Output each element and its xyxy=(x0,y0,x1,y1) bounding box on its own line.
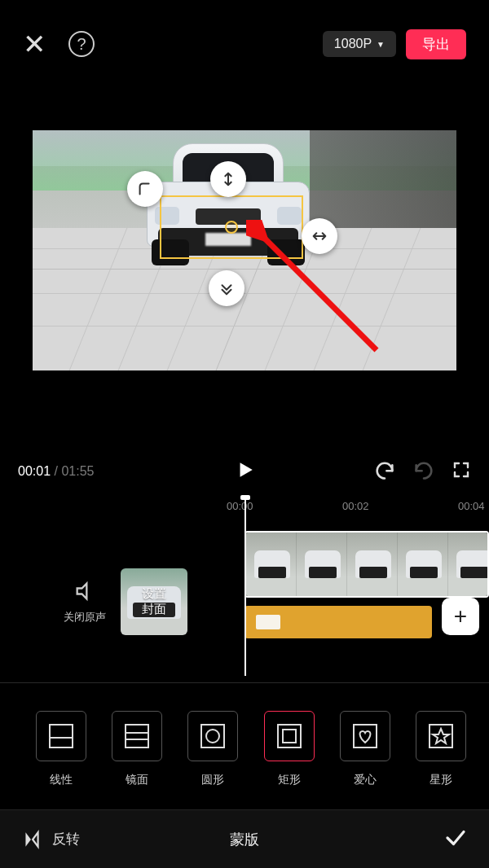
chevron-down-icon: ▼ xyxy=(377,40,385,49)
check-icon xyxy=(443,826,468,850)
mute-original-button[interactable]: 关闭原声 xyxy=(64,580,106,625)
effect-clip[interactable] xyxy=(244,606,432,638)
svg-rect-10 xyxy=(354,725,377,747)
svg-rect-1 xyxy=(50,725,73,747)
shape-label: 爱心 xyxy=(354,773,377,787)
svg-rect-8 xyxy=(278,725,301,747)
shape-label: 线性 xyxy=(50,773,73,787)
shape-label: 镜面 xyxy=(126,773,148,787)
cover-label: 设置 封面 xyxy=(142,586,166,617)
mask-shape-star[interactable] xyxy=(416,711,466,761)
mask-center-handle[interactable] xyxy=(225,221,238,234)
clip-thumbnail xyxy=(398,533,448,596)
mask-rotate-handle[interactable] xyxy=(127,171,163,207)
mask-shape-toolbar: 线性 镜面 圆形 矩形 爱心 星形 xyxy=(0,692,489,806)
scene-building xyxy=(310,130,456,236)
total-time: 01:55 xyxy=(61,464,94,478)
resolution-label: 1080P xyxy=(334,37,372,51)
mute-label: 关闭原声 xyxy=(64,610,106,625)
help-button[interactable]: ? xyxy=(68,31,95,57)
mirror-icon xyxy=(21,829,42,850)
effect-clip-thumb xyxy=(256,615,280,629)
clip-thumbnail xyxy=(347,533,398,596)
play-button[interactable] xyxy=(234,459,255,484)
svg-point-7 xyxy=(206,730,219,743)
svg-rect-3 xyxy=(126,725,148,747)
svg-rect-9 xyxy=(283,730,296,743)
resolution-dropdown[interactable]: 1080P ▼ xyxy=(323,31,396,57)
close-button[interactable]: ✕ xyxy=(23,30,46,58)
shape-label: 星形 xyxy=(430,773,452,787)
add-clip-button[interactable]: + xyxy=(442,598,479,635)
video-preview[interactable] xyxy=(33,130,456,370)
panel-title: 蒙版 xyxy=(230,830,259,849)
ruler-tick: 00:02 xyxy=(342,500,369,512)
mask-feather-handle[interactable] xyxy=(209,270,244,306)
divider xyxy=(0,682,489,683)
mask-shape-linear[interactable] xyxy=(36,711,86,761)
time-display: 00:01 / 01:55 xyxy=(18,464,94,479)
clip-thumbnail xyxy=(246,533,297,596)
invert-label: 反转 xyxy=(52,830,80,848)
playhead[interactable] xyxy=(244,497,246,676)
confirm-button[interactable] xyxy=(443,826,468,853)
undo-button[interactable] xyxy=(373,458,396,484)
clip-thumbnail xyxy=(297,533,347,596)
mask-shape-circle[interactable] xyxy=(187,711,238,761)
export-button[interactable]: 导出 xyxy=(406,29,466,59)
shape-label: 圆形 xyxy=(201,773,224,787)
current-time: 00:01 xyxy=(18,464,51,478)
video-clip-track[interactable] xyxy=(244,531,489,598)
invert-mask-button[interactable]: 反转 xyxy=(21,829,80,850)
mask-shape-rect[interactable] xyxy=(264,711,315,761)
mask-rectangle[interactable] xyxy=(160,195,303,259)
mask-shape-heart[interactable] xyxy=(340,711,390,761)
fullscreen-button[interactable] xyxy=(452,460,471,483)
redo-button[interactable] xyxy=(412,458,435,484)
svg-rect-6 xyxy=(201,725,224,747)
mask-shape-mirror[interactable] xyxy=(112,711,162,761)
ruler-tick: 00:04 xyxy=(458,500,485,512)
set-cover-button[interactable]: 设置 封面 xyxy=(121,568,187,635)
ruler-tick: 00:00 xyxy=(227,500,253,512)
speaker-icon xyxy=(73,580,96,603)
mask-vertical-handle[interactable] xyxy=(210,161,246,197)
clip-thumbnail xyxy=(448,533,489,596)
mask-horizontal-handle[interactable] xyxy=(302,218,337,254)
shape-label: 矩形 xyxy=(278,773,301,787)
